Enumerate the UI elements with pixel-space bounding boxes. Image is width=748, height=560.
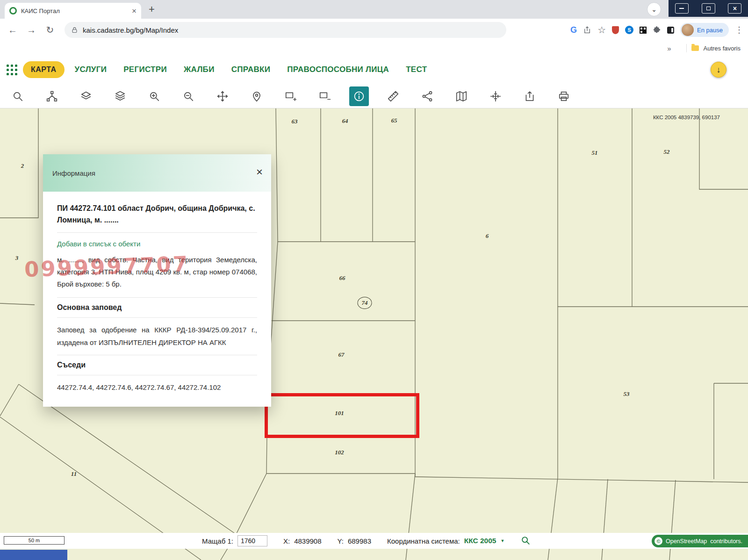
neighbors-section-heading: Съседи [57,355,257,375]
parcel-label-64: 64 [342,117,348,125]
share-icon[interactable] [583,26,591,34]
bottom-left-blue-bar [0,550,67,560]
google-icon[interactable]: G [570,25,577,35]
selected-parcel-highlight [265,393,419,438]
add-to-object-list-link[interactable]: Добави в списък с обекти [57,240,257,248]
parcel-label-6: 6 [486,232,489,240]
crs-dropdown[interactable]: ККС 2005 [464,537,496,545]
parcel-label-3: 3 [15,254,19,262]
crs-label: Координатна система: [387,537,460,545]
osm-attribution[interactable]: © OpenStreetMap contributors. [652,535,748,547]
bookmarks-divider [686,44,687,52]
browser-action-icons: G ☆ S En pause ⋮ [570,19,743,41]
nav-item-4[interactable]: СПРАВКИ [231,65,271,74]
zoom-window-out-tool[interactable] [315,86,335,106]
map-area[interactable]: 63646551522636674675310110211 ККС 2005 4… [0,108,748,560]
browser-tab[interactable]: КАИС Портал × [5,3,141,19]
info-tool[interactable] [349,86,369,106]
site-favicon-icon [9,7,17,14]
parcel-label-67: 67 [338,351,345,359]
profile-status-label: En pause [697,27,723,34]
parcel-label-102: 102 [335,449,344,456]
zoom-out-tool[interactable] [179,86,198,106]
tab-close-icon[interactable]: × [132,7,137,15]
scroll-down-button[interactable]: ↓ [711,62,726,78]
map-sheets-tool[interactable] [452,86,471,106]
parcel-label-74: 74 [358,297,372,309]
tab-search-chevron-icon[interactable]: ⌄ [647,2,661,16]
close-window-icon: × [728,3,741,14]
address-bar-row: ← → ↻ kais.cadastre.bg/bg/Map/Index G ☆ … [0,19,748,41]
order-section-heading: Основна заповед [57,298,257,318]
lock-icon [71,27,78,34]
browser-tab-strip: КАИС Портал × + ⌄ × [0,0,748,19]
crs-caret-icon[interactable]: ▼ [500,538,504,543]
search-tool[interactable] [8,86,28,106]
neighbors-section-text: 44272.74.4, 44272.74.6, 44272.74.67, 442… [57,375,257,395]
popup-close-icon[interactable]: × [256,166,263,178]
order-section-text: Заповед за одобрение на КККР РД-18-394/2… [57,318,257,355]
karta-button[interactable]: КАРТА [23,61,65,78]
parcel-label-66: 66 [339,274,345,282]
parcel-label-52: 52 [664,148,670,156]
main-nav-items: УСЛУГИРЕГИСТРИЖАЛБИСПРАВКИПРАВОСПОСОБНИ … [75,65,427,74]
layers-tool[interactable] [76,86,96,106]
measure-tool[interactable] [383,86,403,106]
site-navigation: КАРТА УСЛУГИРЕГИСТРИЖАЛБИСПРАВКИПРАВОСПО… [0,55,748,84]
coordinate-search-button[interactable] [520,535,531,547]
browser-window: КАИС Портал × + ⌄ × ← → ↻ kais.cadastre.… [0,0,748,560]
x-label: X: [283,537,290,545]
share-graph-tool[interactable] [417,86,437,106]
skype-extension-icon[interactable]: S [625,26,633,34]
avatar [682,24,694,36]
zoom-in-tool[interactable] [144,86,164,106]
ublock-extension-icon[interactable] [612,26,619,34]
browser-menu-icon[interactable]: ⋮ [735,25,743,35]
locate-tool[interactable] [247,86,266,106]
zoom-window-in-tool[interactable] [281,86,301,106]
nav-item-3[interactable]: ЖАЛБИ [184,65,215,74]
nav-item-2[interactable]: РЕГИСТРИ [123,65,167,74]
parcel-object-title: ПИ 44272.74.101 област Добрич, община До… [57,203,257,233]
dark-mode-extension-icon[interactable] [667,27,674,34]
bookmarks-bar: » Autres favoris [0,41,748,55]
y-label: Y: [338,537,344,545]
nav-item-1[interactable]: УСЛУГИ [75,65,107,74]
apps-grid-icon[interactable] [7,65,17,75]
back-icon[interactable]: ← [7,25,19,36]
coordinates-tool[interactable] [486,86,505,106]
print-tool[interactable] [554,86,574,106]
bookmark-star-icon[interactable]: ☆ [597,25,606,35]
pan-tool[interactable] [213,86,232,106]
copyright-icon: © [654,537,662,545]
popup-body: ПИ 44272.74.101 област Добрич, община До… [43,192,271,407]
parcel-label-53: 53 [624,390,630,398]
folder-icon [691,45,699,51]
nav-item-6[interactable]: ТЕСТ [406,65,427,74]
profile-chip[interactable]: En pause [680,23,729,37]
minimize-button[interactable] [669,0,695,17]
nav-item-5[interactable]: ПРАВОСПОСОБНИ ЛИЦА [287,65,389,74]
bookmarks-overflow-icon[interactable]: » [667,44,671,52]
topology-tool[interactable] [42,86,62,106]
scale-label: Мащаб 1: [202,537,233,545]
scale-input[interactable] [237,535,267,546]
map-toolbar [0,84,748,108]
status-controls: Мащаб 1: X: 4839908 Y: 689983 Координатн… [202,533,531,549]
extensions-puzzle-icon[interactable] [653,26,661,34]
new-tab-button[interactable]: + [149,3,155,15]
address-bar[interactable]: kais.cadastre.bg/bg/Map/Index [65,22,506,38]
layer-stack-tool[interactable] [110,86,130,106]
qr-extension-icon[interactable] [640,27,647,34]
other-bookmarks-button[interactable]: Autres favoris [704,45,741,52]
maximize-icon [702,3,715,14]
popup-title: Информация [52,169,95,177]
maximize-button[interactable] [695,0,722,17]
osm-name: OpenStreetMap [666,538,707,545]
forward-icon[interactable]: → [25,25,37,36]
url-text: kais.cadastre.bg/bg/Map/Index [83,26,178,34]
export-tool[interactable] [520,86,539,106]
close-window-button[interactable]: × [721,0,748,17]
parcel-label-63: 63 [292,118,298,125]
reload-icon[interactable]: ↻ [44,24,56,36]
